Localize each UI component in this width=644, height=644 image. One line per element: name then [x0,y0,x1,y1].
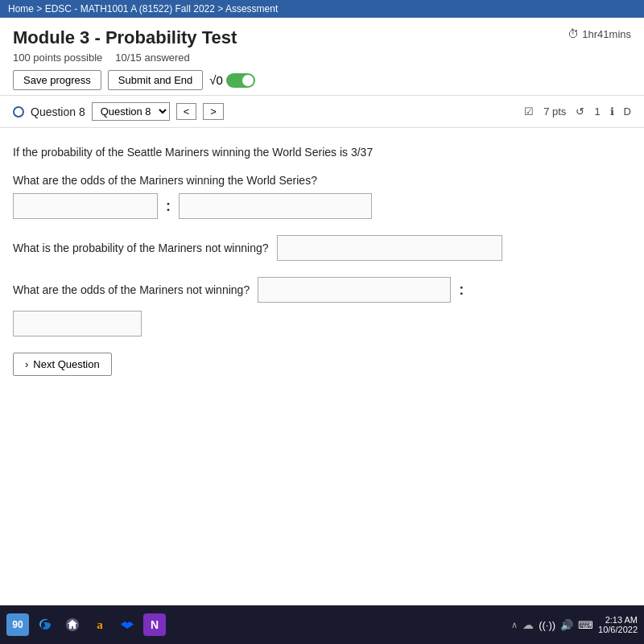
calc-symbol: √0 [209,73,223,87]
info-icon: ℹ [610,105,614,118]
answer-input-1b[interactable] [179,193,372,219]
cloud-icon: ☁ [522,618,534,631]
prev-question-button[interactable]: < [176,103,197,120]
sub-question-3: What are the odds of the Mariners not wi… [13,283,250,296]
question-right-info: ☑ 7 pts ↺ 1 ℹ D [524,105,631,118]
refresh-icon: ↺ [576,105,584,118]
d-label: D [624,105,631,118]
module-meta: 100 points possible 10/15 answered [13,52,255,64]
onenote-icon[interactable]: N [143,613,166,636]
sound-icon: 🔊 [560,619,573,631]
page-header: Module 3 - Probability Test 100 points p… [0,18,644,96]
calculator-area: √0 [209,73,255,88]
taskbar-badge: 90 [6,613,29,636]
clock-icon: ⏱ [568,27,579,40]
keyboard-icon: ⌨ [578,619,593,631]
answer-row-1: : [13,193,631,219]
checkmark-icon: ☑ [524,105,534,118]
next-question-nav-button[interactable]: > [203,103,224,120]
clock-date: 10/6/2022 [598,625,638,634]
answer-input-3b[interactable] [13,311,142,336]
edge-icon[interactable] [34,613,56,636]
sub-question-1: What are the odds of the Mariners winnin… [13,174,631,187]
next-chevron-icon: › [25,358,28,370]
question-label: Question 8 [31,105,85,118]
sub-question-2: What is the probability of the Mariners … [13,242,269,254]
answer-row-3b [13,311,631,336]
browser-bar: Home > EDSC - MATH1001 A (81522) Fall 20… [0,0,644,18]
question-nav-bar: Question 8 Question 8 < > ☑ 7 pts ↺ 1 ℹ … [0,96,644,128]
breadcrumb-text: Home > EDSC - MATH1001 A (81522) Fall 20… [8,3,278,14]
taskbar: 90 a N ∧ ☁ ((·)) 🔊 ⌨ 2:13 AM 10/6/ [0,605,644,644]
dropbox-icon[interactable] [116,613,138,636]
answer-input-2[interactable] [277,235,502,261]
answered-count: 10/15 answered [115,52,190,64]
points-possible: 100 points possible [13,52,102,64]
next-question-button[interactable]: › Next Question [13,353,112,376]
calculator-toggle[interactable] [226,73,255,88]
question-body: If the probability of the Seattle Marine… [0,128,644,605]
answer-input-1a[interactable] [13,193,158,219]
timer-area: ⏱ 1hr41mins [568,27,631,40]
colon-2: : [459,282,464,299]
colon-1: : [166,198,171,215]
main-content: Module 3 - Probability Test 100 points p… [0,18,644,605]
system-tray: ∧ ☁ ((·)) 🔊 ⌨ [511,618,593,631]
submit-end-button[interactable]: Submit and End [108,70,204,90]
timer-label: 1hr41mins [582,28,631,40]
clock-time: 2:13 AM [605,615,638,625]
next-button-label: Next Question [33,358,99,370]
home-icon[interactable] [61,613,84,636]
question-status-circle [13,106,24,118]
wifi-icon: ((·)) [539,619,555,631]
taskbar-clock: 2:13 AM 10/6/2022 [598,615,638,634]
answer-row-3: What are the odds of the Mariners not wi… [13,277,631,303]
module-title: Module 3 - Probability Test [13,27,255,48]
save-progress-button[interactable]: Save progress [13,70,101,90]
question-dropdown[interactable]: Question 8 [92,102,170,121]
answer-input-3a[interactable] [258,277,451,303]
header-buttons: Save progress Submit and End √0 [13,70,255,90]
tray-arrow-icon: ∧ [511,620,518,630]
attempts-label: 1 [594,105,600,118]
amazon-icon[interactable]: a [89,613,111,636]
answer-row-2: What is the probability of the Mariners … [13,235,631,261]
points-label: 7 pts [543,105,566,118]
question-intro: If the probability of the Seattle Marine… [13,144,631,161]
